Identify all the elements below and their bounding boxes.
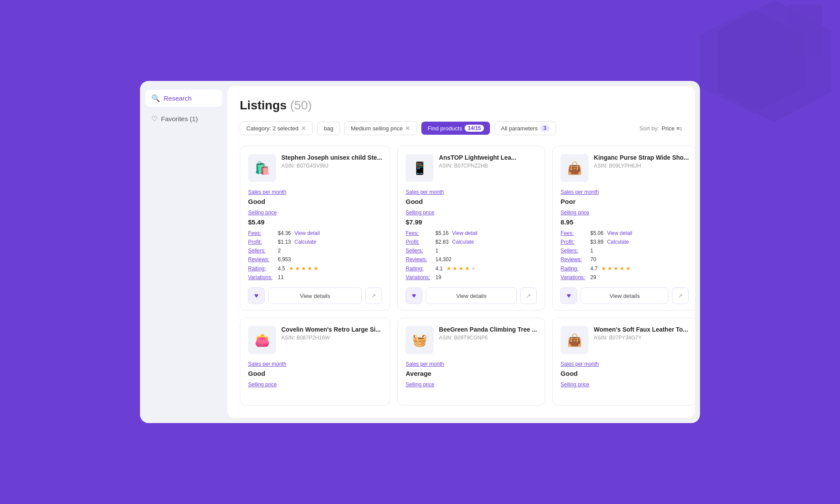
product-name: Covelin Women's Retro Large Si...: [281, 326, 382, 333]
profit-row: Profit: $3.89 Calculate: [560, 239, 689, 245]
rating-label[interactable]: Raiting:: [248, 266, 274, 272]
sales-per-month-label[interactable]: Sales per month: [406, 361, 537, 367]
find-products-label: Find products: [427, 125, 462, 132]
sales-per-month-label[interactable]: Sales per month: [248, 361, 382, 367]
sales-per-month-label[interactable]: Sales per month: [248, 189, 382, 195]
profit-value: $1.13: [278, 239, 291, 245]
product-header: 👜 Kinganc Purse Strap Wide Sho... ASIN: …: [560, 154, 689, 182]
reviews-label[interactable]: Reviews:: [406, 256, 432, 262]
rating-label[interactable]: Raiting:: [560, 266, 587, 272]
category-filter-remove[interactable]: ✕: [301, 125, 306, 132]
card-footer: ♥ View details ↗: [406, 287, 537, 304]
selling-price-label[interactable]: Selling price: [406, 382, 537, 388]
rating-value: 4.7: [590, 266, 598, 272]
all-parameters-label: All parameters: [501, 125, 538, 132]
category-filter-label: Category: 2 selected: [246, 125, 298, 132]
fees-view-detail[interactable]: View detail: [294, 230, 320, 236]
reviews-label[interactable]: Reviews:: [248, 256, 274, 262]
find-products-badge: 14/15: [465, 125, 484, 132]
sales-per-month-label[interactable]: Sales per month: [560, 189, 689, 195]
sales-per-month-label[interactable]: Sales per month: [560, 361, 689, 367]
product-image: 👜: [560, 154, 588, 182]
product-header: 🧺 BeeGreen Panda Climbing Tree ... ASIN:…: [406, 326, 537, 354]
variations-label[interactable]: Variations:: [248, 274, 274, 280]
sort-by-label: Sort by:: [639, 125, 659, 132]
product-card: 🛍️ Stephen Joseph unisex child Ste... AS…: [240, 146, 390, 311]
profit-calculate[interactable]: Calculate: [607, 239, 629, 245]
profit-label[interactable]: Profit:: [248, 239, 274, 245]
fees-view-detail[interactable]: View detail: [452, 230, 477, 236]
sales-value: Good: [248, 370, 382, 377]
all-parameters-chip[interactable]: All parameters 3: [494, 121, 556, 135]
sales-value: Poor: [560, 198, 689, 205]
product-header: 👛 Covelin Women's Retro Large Si... ASIN…: [248, 326, 382, 354]
sales-value: Good: [406, 198, 537, 205]
fees-value: $4.36: [278, 230, 291, 236]
page-title: Listings (50): [240, 98, 312, 112]
favorite-button[interactable]: ♥: [406, 287, 422, 304]
fees-label[interactable]: Fees:: [406, 230, 432, 236]
price-filter-remove[interactable]: ✕: [405, 125, 410, 132]
profit-label[interactable]: Profit:: [406, 239, 432, 245]
favorite-button[interactable]: ♥: [560, 287, 577, 304]
product-card: 👜 Kinganc Purse Strap Wide Sho... ASIN: …: [552, 146, 695, 311]
fees-label[interactable]: Fees:: [560, 230, 587, 236]
sort-row: Sort by: Price ≡↕: [639, 125, 682, 132]
sellers-label[interactable]: Sellers:: [560, 248, 587, 254]
product-image: 🧺: [406, 326, 434, 354]
external-link-button[interactable]: ↗: [672, 287, 689, 304]
selling-price-label[interactable]: Selling price: [248, 210, 382, 216]
rating-row: Raiting: 4.1 ★★★★★: [406, 265, 537, 272]
sellers-label[interactable]: Sellers:: [248, 248, 274, 254]
rating-row: Raiting: 4.7 ★★★★★: [560, 265, 689, 272]
external-link-button[interactable]: ↗: [520, 287, 537, 304]
view-details-button[interactable]: View details: [426, 287, 517, 304]
reviews-label[interactable]: Reviews:: [560, 256, 587, 262]
product-image: 👛: [248, 326, 276, 354]
selling-price-value: $5.49: [248, 218, 382, 226]
page-header: Listings (50): [240, 98, 682, 112]
variations-label[interactable]: Variations:: [560, 274, 587, 280]
sidebar-item-favorites-label: Favorites (1): [161, 115, 198, 122]
selling-price-label[interactable]: Selling price: [406, 210, 537, 216]
sort-icon: ≡↕: [676, 125, 682, 132]
sidebar: 🔍 Research ♡ Favorites (1): [140, 81, 228, 423]
sellers-row: Sellers: 1: [406, 248, 537, 254]
search-icon: 🔍: [151, 94, 160, 102]
profit-calculate[interactable]: Calculate: [294, 239, 316, 245]
product-details: Sales per month Good Selling price $7.99…: [406, 189, 537, 281]
external-link-button[interactable]: ↗: [365, 287, 382, 304]
product-asin: ASIN: B09T9CGNP6: [439, 335, 537, 341]
variations-label[interactable]: Variations:: [406, 274, 432, 280]
sellers-value: 2: [278, 248, 281, 254]
listings-grid: 🛍️ Stephen Joseph unisex child Ste... AS…: [240, 146, 682, 406]
rating-label[interactable]: Raiting:: [406, 266, 432, 272]
favorite-button[interactable]: ♥: [248, 287, 265, 304]
view-details-button[interactable]: View details: [581, 287, 668, 304]
sort-value[interactable]: Price ≡↕: [662, 125, 682, 132]
view-details-button[interactable]: View details: [268, 287, 362, 304]
sidebar-item-research[interactable]: 🔍 Research: [145, 90, 222, 107]
fees-view-detail[interactable]: View detail: [607, 230, 632, 236]
selling-price-label[interactable]: Selling price: [560, 210, 689, 216]
product-info: Covelin Women's Retro Large Si... ASIN: …: [281, 326, 382, 341]
sellers-label[interactable]: Sellers:: [406, 248, 432, 254]
price-filter-chip[interactable]: Medium selling price ✕: [344, 121, 417, 135]
profit-value: $3.89: [590, 239, 603, 245]
search-filter-value: bag: [324, 125, 333, 132]
find-products-button[interactable]: Find products 14/15: [421, 122, 490, 135]
fees-label[interactable]: Fees:: [248, 230, 274, 236]
product-card: 🧺 BeeGreen Panda Climbing Tree ... ASIN:…: [397, 318, 545, 406]
search-filter-chip[interactable]: bag: [317, 122, 340, 135]
selling-price-label[interactable]: Selling price: [248, 382, 382, 388]
sidebar-item-favorites[interactable]: ♡ Favorites (1): [145, 110, 222, 127]
product-asin: ASIN: B087P2H16W: [281, 335, 382, 341]
product-name: Kinganc Purse Strap Wide Sho...: [594, 154, 689, 161]
product-info: BeeGreen Panda Climbing Tree ... ASIN: B…: [439, 326, 537, 341]
sales-per-month-label[interactable]: Sales per month: [406, 189, 537, 195]
selling-price-label[interactable]: Selling price: [560, 382, 689, 388]
profit-calculate[interactable]: Calculate: [452, 239, 474, 245]
category-filter-chip[interactable]: Category: 2 selected ✕: [240, 121, 313, 135]
profit-label[interactable]: Profit:: [560, 239, 587, 245]
product-asin: ASIN: B07CPNZ2HB: [439, 163, 537, 169]
